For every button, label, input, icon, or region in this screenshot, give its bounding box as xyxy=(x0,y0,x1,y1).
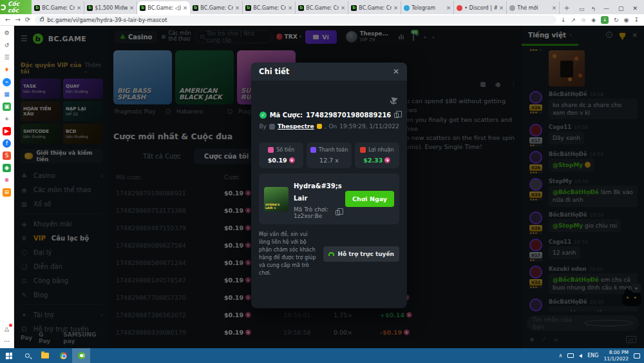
forward-button[interactable]: → xyxy=(15,17,20,23)
weather-widget-icon[interactable]: ▦ xyxy=(3,90,11,99)
stat-value-text: 12.7 x xyxy=(319,157,339,164)
browser-tab[interactable]: bBC.Game: Cry× xyxy=(190,1,243,14)
browser-tab[interactable]: bBC.Game: ◁))× xyxy=(137,1,190,14)
play-now-button[interactable]: Chơi Ngay xyxy=(345,191,394,207)
browser-tab[interactable]: b$1,500 Midwe× xyxy=(84,1,137,14)
maximize-button[interactable]: ▢ xyxy=(618,5,624,12)
language-indicator[interactable]: ENG xyxy=(587,353,598,358)
youtube-icon[interactable]: ▶ xyxy=(3,127,11,135)
coccoc-taskbar-icon[interactable] xyxy=(72,348,90,363)
stat-card: Thanh toán12.7 x xyxy=(307,142,351,168)
volume-icon[interactable] xyxy=(579,354,582,358)
tab-close-icon[interactable]: × xyxy=(552,5,557,11)
notification-dot xyxy=(9,324,12,327)
history-icon[interactable]: ↺ xyxy=(3,41,11,50)
new-tab-button[interactable]: + xyxy=(562,3,571,13)
stat-label-row: Số tiền xyxy=(268,147,294,153)
verified-check-icon: ✓ xyxy=(260,112,267,119)
adblock-shield-icon[interactable]: ◈ xyxy=(591,17,596,23)
save-page-icon[interactable]: ↓ xyxy=(561,17,566,23)
minimize-button[interactable]: — xyxy=(603,5,609,12)
browser-tab[interactable]: bBC.Game: Cry× xyxy=(32,1,84,14)
tab-label: $1,500 Midwe xyxy=(95,5,127,11)
share-bet-icon[interactable] xyxy=(392,95,399,103)
file-explorer-icon[interactable] xyxy=(36,348,54,363)
game-thumbnail[interactable]: HYDRA'S LAIR × xyxy=(264,187,289,211)
tab-close-icon[interactable]: × xyxy=(499,5,504,11)
url-field[interactable]: bc.game/vi/game/hydra-39-s-lair-by-masco… xyxy=(35,15,556,24)
shopee-icon[interactable]: S xyxy=(3,152,11,160)
reload-button[interactable]: ⟳ xyxy=(25,17,30,23)
tab-close-icon[interactable]: × xyxy=(341,5,346,11)
tab-label: BC.Game: Cry xyxy=(253,5,285,11)
tab-close-icon[interactable]: × xyxy=(183,5,188,11)
stat-label-row: Lợi nhuận xyxy=(360,147,393,153)
tab-close-icon[interactable]: × xyxy=(129,5,135,11)
hidden-icons-chevron[interactable]: ∧ xyxy=(558,353,562,358)
stat-value: 12.7 x xyxy=(319,157,339,164)
address-bar: ← → ⟳ bc.game/vi/game/hydra-39-s-lair-by… xyxy=(0,14,644,26)
cart-icon[interactable]: ⊞ xyxy=(3,188,11,197)
modal-close-icon[interactable]: ✕ xyxy=(393,67,399,76)
bet-id-label: Mã Cược: xyxy=(270,112,303,119)
tab-close-icon[interactable]: × xyxy=(446,5,451,11)
browser-tab[interactable]: bBC.Game: Cry× xyxy=(348,1,401,14)
network-icon[interactable] xyxy=(567,353,574,358)
taskbar-search-icon[interactable] xyxy=(18,348,36,363)
clock[interactable]: 8:00 PM11/1/2022 xyxy=(604,349,629,362)
share-page-icon[interactable]: ↗ xyxy=(571,17,576,23)
game-code: Mã Trò chơi: 1z2xsr:8e xyxy=(294,206,332,219)
games-icon[interactable]: ▣ xyxy=(3,103,11,111)
window-controls: — ▢ ✕ xyxy=(601,5,644,14)
tab-favicon-bc: b xyxy=(298,5,304,11)
copy-bet-id-icon[interactable] xyxy=(394,113,399,118)
tab-label: BC.Game: Cry xyxy=(359,5,391,11)
tab-favicon-bc: b xyxy=(87,5,93,11)
coccoc-brand-label: Cốc cốc xyxy=(8,1,32,14)
flower-icon[interactable]: ❀ xyxy=(3,176,11,184)
tab-favicon-bc: b xyxy=(140,5,146,11)
bettor-name[interactable]: Thespectre xyxy=(278,123,314,130)
tab-close-icon[interactable]: × xyxy=(288,5,293,11)
tab-favicon-dc xyxy=(457,5,462,11)
settings-icon[interactable]: ⚙ xyxy=(3,29,11,37)
tab-close-icon[interactable]: × xyxy=(393,5,399,11)
start-button[interactable] xyxy=(0,348,18,363)
browser-tab[interactable]: Thẻ mới× xyxy=(507,1,560,14)
browser-tab[interactable]: Telegram× xyxy=(401,1,454,14)
sync-icon[interactable]: ↻ xyxy=(614,17,619,23)
coccoc-logo[interactable]: Cốc cốc xyxy=(0,0,32,14)
browser-bell-icon[interactable]: △ xyxy=(3,325,11,333)
reopen-tab-icon[interactable]: ↰ xyxy=(591,6,596,12)
gift-icon[interactable]: ◆ xyxy=(3,164,11,172)
action-center-icon[interactable] xyxy=(634,353,640,358)
tab-close-icon[interactable]: × xyxy=(77,5,82,11)
profile-icon[interactable]: ◉ xyxy=(624,17,629,23)
copy-game-code-icon[interactable] xyxy=(336,210,340,215)
hot-trends-icon[interactable]: ♦ xyxy=(3,66,11,74)
tabstrip-tools: ▭ ↰ xyxy=(574,6,601,14)
headset-icon xyxy=(328,252,334,256)
stat-value-text: $0.19 xyxy=(268,157,287,164)
live-support-button[interactable]: Hỗ trợ trực tuyến xyxy=(323,246,399,262)
toolbar-icons: ↓ ↗ ☆ ◈ ↓ ↻ ◉ ↧ xyxy=(561,16,639,24)
stat-label: Số tiền xyxy=(276,147,294,153)
add-shortcut-icon[interactable]: + xyxy=(3,115,11,123)
bookmark-star-icon[interactable]: ☆ xyxy=(581,17,586,23)
close-button[interactable]: ✕ xyxy=(632,5,638,12)
browser-tab[interactable]: bBC.Game: Cry× xyxy=(243,1,296,14)
tab-label: • Discord | #◁) xyxy=(464,5,497,11)
browser-tab[interactable]: bBC.Game: Cry× xyxy=(296,1,348,14)
more-icon[interactable]: ⋯ xyxy=(3,337,11,346)
downloads-tray-icon[interactable]: ↧ xyxy=(634,17,639,23)
tab-search-icon[interactable]: ▭ xyxy=(579,6,585,12)
newsfeed-icon[interactable]: ☰ xyxy=(3,54,11,62)
chrome-icon[interactable] xyxy=(54,348,72,363)
tab-close-icon[interactable]: × xyxy=(235,5,240,11)
back-button[interactable]: ← xyxy=(5,17,10,23)
messenger-icon[interactable]: ⌁ xyxy=(3,78,11,86)
bettor-avatar-icon xyxy=(269,124,275,130)
facebook-icon[interactable]: f xyxy=(3,139,11,148)
browser-tab[interactable]: • Discord | #◁)× xyxy=(454,1,507,14)
download-manager-icon[interactable]: ↓ xyxy=(601,16,609,24)
